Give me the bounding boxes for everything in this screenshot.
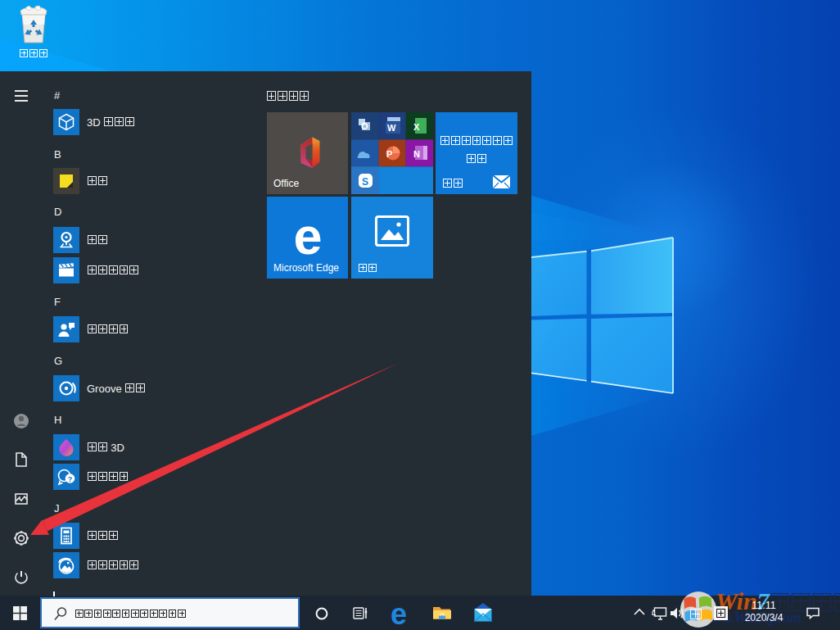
svg-text:S: S [362,176,368,188]
svg-text:P: P [386,149,392,159]
svg-text:N: N [413,149,420,159]
svg-text:X: X [413,122,420,132]
svg-text:O: O [361,121,368,131]
svg-text:W: W [387,123,396,133]
svg-text:?: ? [68,475,73,483]
svg-text:e: e [293,214,322,261]
